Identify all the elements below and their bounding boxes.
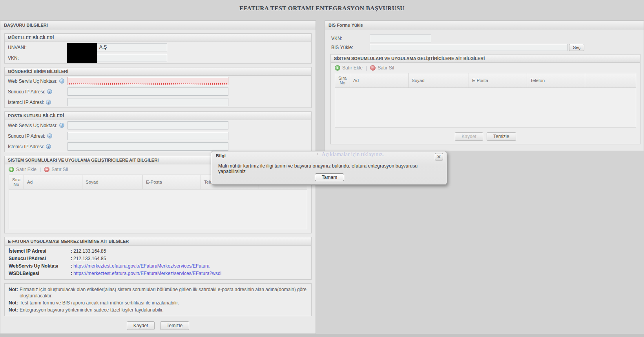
column-header-ad: Ad xyxy=(24,175,82,189)
unvani-value: A.Ş xyxy=(99,44,107,50)
bis-clear-button[interactable]: Temizle xyxy=(487,132,516,141)
page-title: EFATURA TEST ORTAMI ENTEGRASYON BAŞVURUS… xyxy=(0,5,644,12)
delete-row-label: Satır Sil xyxy=(51,167,68,172)
note-row: Not:Firmanız için oluşturulacak olan eti… xyxy=(5,286,311,299)
bis-formu-panel: BIS Formu Yükle VKN: BIS Yükle: Seç SİST… xyxy=(325,20,644,151)
merkez-section: E-FATURA UYGULAMASI MERKEZ BİRİMİNE AİT … xyxy=(4,237,312,280)
aciklamalar-link[interactable]: • Açıklamalar için tıklayınız. xyxy=(317,151,384,158)
mukellef-section: MÜKELLEF BİLGİLERİ UNVANI: A.Ş VKN: xyxy=(4,33,312,64)
add-row-button[interactable]: +Satır Ekle xyxy=(9,167,36,172)
info-icon[interactable]: i xyxy=(47,89,52,94)
note-text: Test tanım formu ve BIS raporu ancak mal… xyxy=(20,300,179,306)
vkn-label: VKN: xyxy=(8,55,68,61)
column-header-eposta: E-Posta xyxy=(143,175,201,189)
close-icon[interactable]: ✕ xyxy=(435,153,443,160)
posta-sunucu-label: Sunucu IP Adresi: xyxy=(8,133,45,139)
redaction-box xyxy=(67,43,97,63)
merkez-istemci-value: 212.133.164.85 xyxy=(73,248,106,255)
posta-sunucu-input[interactable] xyxy=(68,132,228,140)
wsdl-document-link[interactable]: https://merkeztest.efatura.gov.tr/EFatur… xyxy=(73,270,221,277)
gonderici-istemci-label: İstemci IP Adresi: xyxy=(8,100,44,105)
basvuru-panel-header: BAŞVURU BİLGİLERİ xyxy=(0,21,316,29)
note-text: Firmanız için oluşturulacak olan etiketl… xyxy=(20,286,307,299)
merkez-wsdl-label: WSDLBelgesi xyxy=(9,270,71,277)
bis-file-input[interactable] xyxy=(370,44,567,51)
merkez-section-header: E-FATURA UYGULAMASI MERKEZ BİRİMİNE AİT … xyxy=(5,237,311,246)
gonderici-webservis-error-wrap xyxy=(68,77,228,85)
mukellef-section-header: MÜKELLEF BİLGİLERİ xyxy=(5,34,311,42)
column-header-sira-no: Sıra No xyxy=(335,73,350,87)
posta-webservis-input[interactable] xyxy=(68,121,228,129)
delete-row-icon: − xyxy=(370,65,376,71)
delete-row-button[interactable]: −Satır Sil xyxy=(44,167,68,172)
notes-section: Not:Firmanız için oluşturulacak olan eti… xyxy=(4,283,312,316)
posta-section-header: POSTA KUTUSU BİLGİLERİ xyxy=(5,112,311,120)
merkez-sunucu-label: Sunucu IPAdresi xyxy=(9,255,71,262)
note-label: Not: xyxy=(9,307,18,313)
bis-vkn-input[interactable] xyxy=(370,34,431,42)
add-row-button[interactable]: +Satır Ekle xyxy=(335,65,363,71)
posta-section: POSTA KUTUSU BİLGİLERİ Web Servis Uç Nok… xyxy=(4,111,312,152)
column-header-ad: Ad xyxy=(350,73,409,87)
bis-save-button[interactable]: Kaydet xyxy=(455,132,483,141)
column-header-eposta: E-Posta xyxy=(469,73,527,87)
column-header-soyad: Soyad xyxy=(82,175,143,189)
column-header-telefon: Telefon xyxy=(527,73,585,87)
gonderici-section-header: GÖNDERİCİ BİRİM BİLGİLERİ xyxy=(5,67,311,76)
posta-istemci-input[interactable] xyxy=(68,142,228,151)
unvani-label: UNVANI: xyxy=(8,45,68,50)
add-row-label: Satır Ekle xyxy=(342,65,363,71)
bis-sistem-sorumlulari-section: SİSTEM SORUMLULARI VE UYGULAMA GELİŞTİRİ… xyxy=(330,54,640,144)
add-row-icon: + xyxy=(335,65,340,71)
bottom-strip xyxy=(0,334,644,337)
ok-button[interactable]: Tamam xyxy=(315,173,344,181)
delete-row-button[interactable]: −Satır Sil xyxy=(370,65,394,71)
info-icon[interactable]: i xyxy=(46,100,51,105)
bis-vkn-label: VKN: xyxy=(331,36,370,41)
column-header-empty xyxy=(585,73,636,87)
info-icon[interactable]: i xyxy=(46,144,51,149)
gonderici-sunucu-label: Sunucu IP Adresi: xyxy=(8,89,45,95)
clear-button[interactable]: Temizle xyxy=(160,321,190,330)
column-header-sira-no: Sıra No xyxy=(9,175,24,189)
bis-contacts-table-body[interactable] xyxy=(335,88,636,127)
toolbar-separator: | xyxy=(366,65,367,71)
add-row-label: Satır Ekle xyxy=(16,167,36,172)
colon: : xyxy=(71,270,72,277)
colon: : xyxy=(71,263,72,270)
posta-istemci-label: İstemci IP Adresi: xyxy=(8,144,44,149)
column-header-soyad: Soyad xyxy=(409,73,469,87)
bis-contacts-table: Sıra No Ad Soyad E-Posta Telefon xyxy=(335,73,636,128)
gonderici-istemci-input[interactable] xyxy=(68,98,228,106)
gonderici-webservis-input[interactable] xyxy=(68,77,228,85)
gonderici-sunucu-input[interactable] xyxy=(68,87,228,96)
note-row: Not:Entegrasyon başvuru yönteminden sade… xyxy=(5,306,311,313)
webservis-endpoint-link[interactable]: https://merkeztest.efatura.gov.tr/EFatur… xyxy=(73,263,210,270)
note-label: Not: xyxy=(9,300,18,306)
contacts-table-body[interactable] xyxy=(9,189,307,229)
file-select-button[interactable]: Seç xyxy=(569,44,584,51)
gonderici-section: GÖNDERİCİ BİRİM BİLGİLERİ Web Servis Uç … xyxy=(4,67,312,108)
colon: : xyxy=(71,248,72,255)
aciklamalar-link-text: Açıklamalar için tıklayınız. xyxy=(321,151,384,158)
info-icon[interactable]: i xyxy=(59,123,64,128)
info-dialog-title: Bilgi xyxy=(216,153,226,158)
note-label: Not: xyxy=(9,286,18,299)
bis-sistem-sorumlulari-header: SİSTEM SORUMLULARI VE UYGULAMA GELİŞTİRİ… xyxy=(331,55,640,63)
posta-webservis-label: Web Servis Uç Noktası: xyxy=(8,123,57,128)
bis-yukle-label: BIS Yükle: xyxy=(331,45,370,50)
save-button[interactable]: Kaydet xyxy=(127,321,155,330)
delete-row-label: Satır Sil xyxy=(378,65,394,71)
colon: : xyxy=(71,255,72,262)
info-icon[interactable]: i xyxy=(59,78,64,84)
note-row: Not:Test tanım formu ve BIS raporu ancak… xyxy=(5,299,311,306)
delete-row-icon: − xyxy=(44,167,49,172)
add-row-icon: + xyxy=(9,167,14,172)
toolbar-separator: | xyxy=(40,167,41,172)
merkez-webservis-label: WebServis Uç Noktası xyxy=(9,263,71,270)
merkez-istemci-label: İstemci IP Adresi xyxy=(9,248,71,255)
gonderici-webservis-label: Web Servis Uç Noktası: xyxy=(8,78,57,84)
info-icon[interactable]: i xyxy=(47,133,52,138)
bullet-icon: • xyxy=(317,151,318,157)
bis-formu-panel-header: BIS Formu Yükle xyxy=(325,21,644,29)
